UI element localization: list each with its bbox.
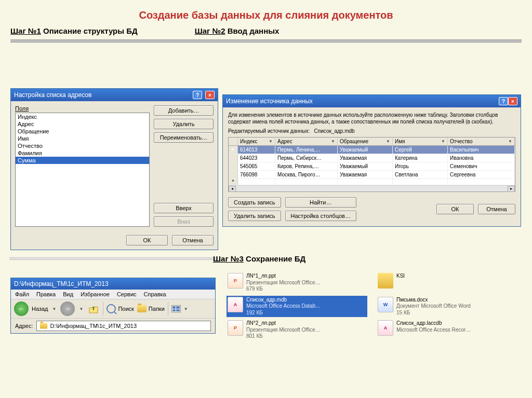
cell[interactable]: 766098 <box>238 171 275 179</box>
address-input[interactable]: D:\Информац_ТМ\1с_ИТМ_2013 <box>36 321 211 331</box>
up-folder-icon[interactable] <box>87 303 100 315</box>
list-item[interactable]: Обращение <box>16 128 149 135</box>
chevron-down-icon[interactable]: ▼ <box>51 307 58 311</box>
delete-button[interactable]: Удалить <box>154 119 214 129</box>
new-record-button[interactable]: Создать запись <box>228 197 281 208</box>
menu-view[interactable]: Вид <box>63 291 73 297</box>
chevron-down-icon[interactable]: ▼ <box>269 139 273 144</box>
views-button[interactable]: ▼ <box>171 305 189 312</box>
back-icon[interactable]: ← <box>14 301 29 316</box>
explorer-menubar[interactable]: Файл Правка Вид Избранное Сервис Справка <box>11 290 215 299</box>
file-name: Список_адр.mdb <box>246 297 321 304</box>
file-item[interactable]: A Список_адр.mdbMicrosoft Office Access … <box>227 296 367 318</box>
file-item[interactable]: KSI <box>377 272 517 294</box>
table-row[interactable]: 766098 Москва, Пирого… Уважаемая Светлан… <box>229 171 515 179</box>
add-button[interactable]: Добавить… <box>154 105 214 116</box>
chevron-down-icon[interactable]: ▼ <box>441 139 445 144</box>
menu-help[interactable]: Справка <box>144 291 166 297</box>
cell[interactable]: Киров, Репина,… <box>275 162 338 170</box>
menu-favorites[interactable]: Избранное <box>81 291 110 297</box>
chevron-down-icon[interactable]: ▼ <box>78 307 84 311</box>
fields-listbox[interactable]: Индекс Адрес Обращение Имя Отчество Фами… <box>15 113 150 227</box>
list-item[interactable]: Сумма <box>16 157 149 164</box>
cell[interactable]: 614013 <box>238 146 275 154</box>
menu-edit[interactable]: Правка <box>36 291 56 297</box>
cell[interactable]: Катерина <box>393 154 448 162</box>
help-icon[interactable]: ? <box>499 97 508 105</box>
cell[interactable]: Пермь, Ленина,… <box>275 146 338 154</box>
table-row[interactable]: ▸ 614013 Пермь, Ленина,… Уважаемый Серге… <box>229 146 515 154</box>
explorer-titlebar[interactable]: D:\Информац_ТМ\1с_ИТМ_2013 <box>11 278 215 290</box>
dialog2-titlebar[interactable]: Изменение источника данных ? × <box>223 95 521 107</box>
address-value: D:\Информац_ТМ\1с_ИТМ_2013 <box>50 323 137 329</box>
help-icon[interactable]: ? <box>193 91 202 99</box>
search-icon <box>107 304 116 313</box>
file-size: 15 КБ <box>396 310 471 317</box>
list-item[interactable]: Адрес <box>16 120 149 128</box>
list-item[interactable]: Фамилия <box>16 149 149 157</box>
ok-button[interactable]: ОК <box>436 204 474 214</box>
list-item[interactable]: Имя <box>16 135 149 142</box>
scroll-left-icon[interactable]: ◂ <box>229 186 236 192</box>
move-down-button: Вниз <box>154 216 214 227</box>
cell[interactable]: Уважаемый <box>338 162 393 170</box>
cell[interactable]: Москва, Пирого… <box>275 171 338 179</box>
search-button[interactable]: Поиск <box>107 304 134 313</box>
step1-heading: Шаг №1 Описание структуры БД <box>10 26 138 35</box>
cell[interactable]: Уважаемая <box>338 171 393 179</box>
menu-file[interactable]: Файл <box>15 291 29 297</box>
table-row[interactable]: * <box>229 179 515 185</box>
cell[interactable]: Сергей <box>393 146 448 154</box>
chevron-down-icon[interactable]: ▼ <box>508 139 512 144</box>
cell[interactable]: Семенович <box>448 162 515 170</box>
data-grid[interactable]: Индекс▼ Адрес▼ Обращение▼ Имя▼ Отчество▼… <box>228 137 515 192</box>
col-header[interactable]: Адрес▼ <box>275 138 338 145</box>
close-icon[interactable]: × <box>205 91 215 99</box>
cell[interactable]: Игорь <box>393 162 448 170</box>
cell[interactable]: Уважаемый <box>338 146 393 154</box>
cell[interactable]: Сергеевна <box>448 171 515 179</box>
table-row[interactable]: 644023 Пермь, Сибирск… Уважаемая Катерин… <box>229 154 515 162</box>
col-header[interactable]: Отчество▼ <box>448 138 515 145</box>
cell[interactable]: 644023 <box>238 154 275 162</box>
cell[interactable]: 545065 <box>238 162 275 170</box>
forward-icon[interactable]: → <box>60 301 75 316</box>
rename-button[interactable]: Переименовать… <box>154 132 214 143</box>
cell[interactable]: Васильевич <box>448 146 515 154</box>
cell[interactable]: Ивановна <box>448 154 515 162</box>
dialog1-titlebar[interactable]: Настройка списка адресов ? × <box>11 89 218 101</box>
chevron-down-icon: ▼ <box>183 307 189 311</box>
page-title: Создание базы данных для слияния докумен… <box>0 0 532 26</box>
list-item[interactable]: Индекс <box>16 113 149 120</box>
cell[interactable]: Пермь, Сибирск… <box>275 154 338 162</box>
chevron-down-icon[interactable]: ▼ <box>331 139 335 144</box>
file-item[interactable]: P ЛN°1_лп.pptПрезентация Microsoft Offic… <box>227 272 367 294</box>
file-item[interactable]: P ЛN°2_лп.pptПрезентация Microsoft Offic… <box>227 319 367 341</box>
col-header[interactable]: Имя▼ <box>393 138 448 145</box>
dialog2-title: Изменение источника данных <box>226 98 313 105</box>
list-item[interactable]: Отчество <box>16 142 149 149</box>
folders-button[interactable]: Папки <box>137 305 165 312</box>
close-icon[interactable]: × <box>508 97 517 105</box>
table-row[interactable]: 545065 Киров, Репина,… Уважаемый Игорь С… <box>229 162 515 171</box>
divider <box>9 257 217 260</box>
back-label[interactable]: Назад <box>32 306 48 312</box>
menu-tools[interactable]: Сервис <box>117 291 137 297</box>
file-item[interactable]: A Список_адр.laccdbMicrosoft Office Acce… <box>377 319 517 341</box>
cancel-button[interactable]: Отмена <box>478 204 515 214</box>
cell[interactable]: Уважаемая <box>338 154 393 162</box>
cancel-button[interactable]: Отмена <box>172 235 214 245</box>
row-selector-header[interactable] <box>229 138 238 145</box>
horizontal-scrollbar[interactable]: ◂ ▸ <box>229 185 515 191</box>
chevron-down-icon[interactable]: ▼ <box>386 139 390 144</box>
col-header[interactable]: Обращение▼ <box>338 138 393 145</box>
scroll-right-icon[interactable]: ▸ <box>508 186 515 192</box>
columns-button[interactable]: Настройка столбцов… <box>285 211 356 221</box>
cell[interactable]: Светлана <box>393 171 448 179</box>
col-header[interactable]: Индекс▼ <box>238 138 275 145</box>
delete-record-button[interactable]: Удалить запись <box>228 211 281 221</box>
find-button[interactable]: Найти… <box>285 197 356 208</box>
file-item[interactable]: W Пмсьма.docxДокумент Microsoft Office W… <box>377 296 517 318</box>
ok-button[interactable]: ОК <box>126 235 168 245</box>
move-up-button[interactable]: Вверх <box>154 203 214 213</box>
